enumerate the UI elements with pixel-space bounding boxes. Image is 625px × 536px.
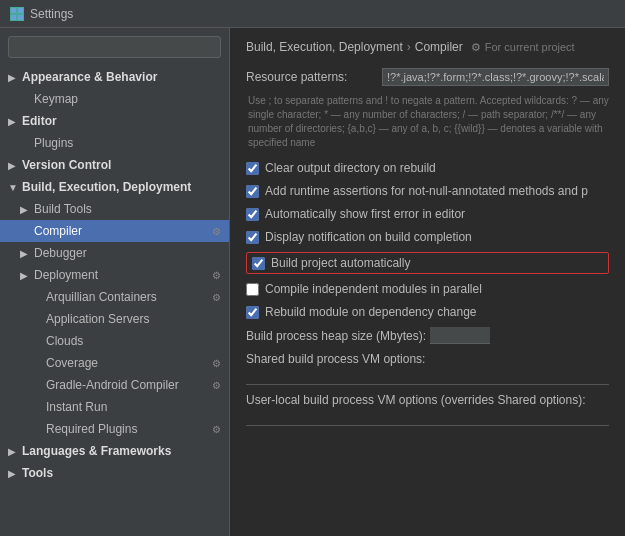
shared-vm-input[interactable] — [246, 368, 609, 385]
sidebar-item-label: Build Tools — [34, 202, 92, 216]
sidebar-item-version-control[interactable]: ▶Version Control — [0, 154, 229, 176]
checkbox-compile-parallel[interactable] — [246, 283, 259, 296]
settings-icon — [10, 7, 24, 21]
sidebar-item-instant-run[interactable]: Instant Run — [0, 396, 229, 418]
checkbox-clear-output[interactable] — [246, 162, 259, 175]
heap-input[interactable] — [430, 327, 490, 344]
sidebar-item-build-exec-deploy[interactable]: ▼Build, Execution, Deployment — [0, 176, 229, 198]
item-settings-icon: ⚙ — [212, 292, 221, 303]
item-settings-icon: ⚙ — [212, 358, 221, 369]
sidebar-item-label: Editor — [22, 114, 57, 128]
arrow-icon: ▶ — [20, 270, 30, 281]
sidebar-item-arquillian[interactable]: Arquillian Containers⚙ — [0, 286, 229, 308]
sidebar-item-compiler[interactable]: Compiler⚙ — [0, 220, 229, 242]
sidebar-item-label: Tools — [22, 466, 53, 480]
sidebar-item-coverage[interactable]: Coverage⚙ — [0, 352, 229, 374]
breadcrumb-part2: Compiler — [415, 40, 463, 54]
sidebar-item-label: Deployment — [34, 268, 98, 282]
checkbox-label-clear-output: Clear output directory on rebuild — [265, 161, 436, 175]
checkbox-label-build-auto: Build project automatically — [271, 256, 410, 270]
sidebar-item-tools[interactable]: ▶Tools — [0, 462, 229, 484]
arrow-icon — [20, 226, 30, 237]
item-settings-icon: ⚙ — [212, 270, 221, 281]
arrow-icon — [32, 402, 42, 413]
sidebar-item-app-servers[interactable]: Application Servers — [0, 308, 229, 330]
sidebar-item-label: Languages & Frameworks — [22, 444, 171, 458]
sidebar-item-deployment[interactable]: ▶Deployment⚙ — [0, 264, 229, 286]
content-area: Build, Execution, Deployment › Compiler … — [230, 28, 625, 536]
arrow-icon — [20, 94, 30, 105]
arrow-icon — [32, 424, 42, 435]
title-bar: Settings — [0, 0, 625, 28]
breadcrumb-note: For current project — [485, 41, 575, 53]
sidebar-item-label: Clouds — [46, 334, 83, 348]
resource-input[interactable] — [382, 68, 609, 86]
sidebar-item-appearance[interactable]: ▶Appearance & Behavior — [0, 66, 229, 88]
shared-vm-row: Shared build process VM options: — [246, 352, 609, 385]
breadcrumb: Build, Execution, Deployment › Compiler … — [246, 40, 609, 54]
sidebar-item-label: Required Plugins — [46, 422, 137, 436]
breadcrumb-part1: Build, Execution, Deployment — [246, 40, 403, 54]
sidebar-item-label: Arquillian Containers — [46, 290, 157, 304]
checkbox-show-first-error[interactable] — [246, 208, 259, 221]
heap-label: Build process heap size (Mbytes): — [246, 329, 426, 343]
arrow-icon: ▶ — [8, 468, 18, 479]
sidebar-item-plugins[interactable]: Plugins — [0, 132, 229, 154]
arrow-icon — [32, 380, 42, 391]
arrow-icon — [32, 336, 42, 347]
svg-rect-0 — [11, 8, 16, 13]
arrow-icon: ▶ — [8, 446, 18, 457]
sidebar-item-required-plugins[interactable]: Required Plugins⚙ — [0, 418, 229, 440]
sidebar: ▶Appearance & Behavior Keymap▶Editor Plu… — [0, 28, 230, 536]
sidebar-item-editor[interactable]: ▶Editor — [0, 110, 229, 132]
sidebar-item-label: Application Servers — [46, 312, 149, 326]
checkbox-build-auto[interactable] — [252, 257, 265, 270]
sidebar-item-label: Build, Execution, Deployment — [22, 180, 191, 194]
checkbox-label-rebuild-dep: Rebuild module on dependency change — [265, 305, 477, 319]
main-layout: ▶Appearance & Behavior Keymap▶Editor Plu… — [0, 28, 625, 536]
sidebar-item-label: Instant Run — [46, 400, 107, 414]
resource-label: Resource patterns: — [246, 70, 376, 84]
item-settings-icon: ⚙ — [212, 424, 221, 435]
checkbox-label-compile-parallel: Compile independent modules in parallel — [265, 282, 482, 296]
arrow-icon — [20, 138, 30, 149]
arrow-icon: ▶ — [8, 116, 18, 127]
sidebar-item-label: Debugger — [34, 246, 87, 260]
checkbox-runtime-assertions[interactable] — [246, 185, 259, 198]
checkbox-display-notification[interactable] — [246, 231, 259, 244]
sidebar-item-gradle-android[interactable]: Gradle-Android Compiler⚙ — [0, 374, 229, 396]
sidebar-item-debugger[interactable]: ▶Debugger — [0, 242, 229, 264]
sidebar-item-clouds[interactable]: Clouds — [0, 330, 229, 352]
config-icon: ⚙ — [471, 41, 481, 54]
checkbox-row-display-notification: Display notification on build completion — [246, 229, 609, 245]
breadcrumb-sep: › — [407, 40, 411, 54]
checkbox-label-runtime-assertions: Add runtime assertions for not-null-anno… — [265, 184, 588, 198]
sidebar-item-label: Keymap — [34, 92, 78, 106]
svg-rect-1 — [18, 8, 23, 13]
search-input[interactable] — [8, 36, 221, 58]
sidebar-item-keymap[interactable]: Keymap — [0, 88, 229, 110]
checkbox-rebuild-dep[interactable] — [246, 306, 259, 319]
sidebar-item-languages[interactable]: ▶Languages & Frameworks — [0, 440, 229, 462]
arrow-icon: ▼ — [8, 182, 18, 193]
arrow-icon: ▶ — [20, 248, 30, 259]
item-settings-icon: ⚙ — [212, 226, 221, 237]
arrow-icon: ▶ — [8, 160, 18, 171]
svg-rect-3 — [18, 15, 23, 20]
shared-vm-label: Shared build process VM options: — [246, 352, 425, 366]
sidebar-item-label: Compiler — [34, 224, 82, 238]
arrow-icon — [32, 358, 42, 369]
heap-size-row: Build process heap size (Mbytes): — [246, 327, 609, 344]
sidebar-item-build-tools[interactable]: ▶Build Tools — [0, 198, 229, 220]
arrow-icon: ▶ — [8, 72, 18, 83]
userlocal-vm-row: User-local build process VM options (ove… — [246, 393, 609, 426]
checkbox-row-runtime-assertions: Add runtime assertions for not-null-anno… — [246, 183, 609, 199]
checkbox-row-rebuild-dep: Rebuild module on dependency change — [246, 304, 609, 320]
userlocal-vm-input[interactable] — [246, 409, 609, 426]
checkbox-row-build-auto: Build project automatically — [246, 252, 609, 274]
checkbox-row-show-first-error: Automatically show first error in editor — [246, 206, 609, 222]
title-bar-label: Settings — [30, 7, 73, 21]
checkbox-label-show-first-error: Automatically show first error in editor — [265, 207, 465, 221]
checkbox-row-compile-parallel: Compile independent modules in parallel — [246, 281, 609, 297]
checkbox-row-clear-output: Clear output directory on rebuild — [246, 160, 609, 176]
